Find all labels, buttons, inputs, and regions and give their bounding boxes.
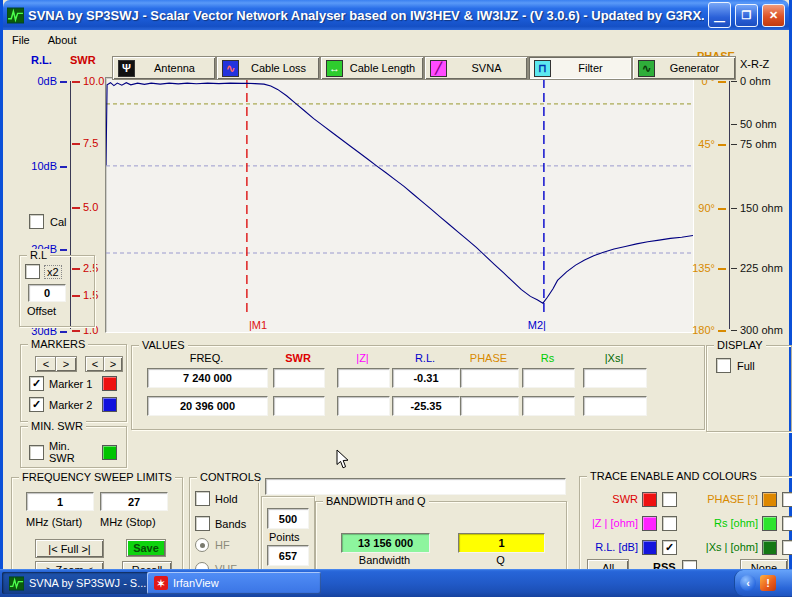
- task-label: IrfanView: [173, 577, 219, 589]
- trace-color-swatch[interactable]: [762, 540, 777, 555]
- taskbar-task-svna[interactable]: SVNA by SP3SWJ - S...: [2, 572, 157, 594]
- start-freq-label: MHz (Start): [26, 516, 82, 528]
- trace-color-swatch[interactable]: [762, 492, 777, 507]
- x2-row: x2: [25, 264, 62, 279]
- titlebar[interactable]: SVNA by SP3SWJ - Scalar Vector Network A…: [3, 0, 789, 30]
- q-label: Q: [458, 554, 543, 566]
- values-cell: [522, 396, 575, 416]
- toolbar-button-label: SVNA: [451, 62, 522, 74]
- marker2-next-button[interactable]: >: [103, 356, 123, 372]
- security-alert-icon[interactable]: !: [760, 575, 776, 591]
- hf-radio[interactable]: [195, 538, 209, 552]
- marker2-prev-button[interactable]: <: [85, 356, 105, 372]
- cable-loss-icon: ∿: [222, 60, 239, 77]
- toolbar-button-filter[interactable]: ⊓Filter: [528, 56, 632, 80]
- markers-group-label: MARKERS: [28, 338, 88, 350]
- trace-enable-group-label: TRACE ENABLE AND COLOURS: [587, 470, 760, 482]
- offset-input[interactable]: 0: [28, 284, 66, 302]
- toolbar-button-generator[interactable]: ∿Generator: [632, 56, 736, 80]
- command-input[interactable]: [265, 478, 566, 495]
- svna-icon: ╱: [430, 60, 447, 77]
- trace-label: SWR: [582, 493, 638, 505]
- rl-offset-group: R.L x2 0 Offset: [19, 255, 95, 327]
- trace-enable-checkbox[interactable]: [782, 540, 792, 555]
- toolbar-button-label: Cable Length: [347, 62, 418, 74]
- close-button[interactable]: ✕: [762, 4, 785, 27]
- axis-tick: 0 ohm: [731, 75, 791, 88]
- marker1-next-button[interactable]: >: [55, 356, 77, 372]
- system-tray: ‹ !: [734, 570, 792, 596]
- display-full-row: Full: [716, 358, 755, 373]
- values-group: VALUES FREQ.SWR|Z|R.L.PHASERs|Xs|7 240 0…: [131, 345, 705, 430]
- bandwidth-q-group-label: BANDWIDTH and Q: [323, 495, 429, 507]
- plot-area[interactable]: |M1M2|: [105, 77, 694, 333]
- start-freq-input[interactable]: 1: [26, 492, 94, 511]
- bandwidth-value: 13 156 000: [341, 533, 430, 553]
- values-cell: [583, 396, 647, 416]
- x2-label: x2: [44, 265, 62, 279]
- app-window: SVNA by SP3SWJ - Scalar Vector Network A…: [0, 0, 792, 569]
- trace-enable-checkbox[interactable]: [782, 516, 792, 531]
- marker2-row: Marker 2: [29, 397, 117, 412]
- hold-checkbox[interactable]: [195, 491, 210, 506]
- bandwidth-label: Bandwidth: [341, 554, 428, 566]
- trace-enable-checkbox[interactable]: [662, 540, 677, 555]
- axis-tick: 50 ohm: [731, 118, 791, 131]
- axis-tick: 225 ohm: [731, 262, 791, 275]
- hf-label: HF: [215, 539, 230, 551]
- trace-color-swatch[interactable]: [642, 540, 657, 555]
- save-button[interactable]: Save: [126, 539, 166, 557]
- bands-checkbox[interactable]: [195, 516, 210, 531]
- trace-color-swatch[interactable]: [642, 492, 657, 507]
- tray-chevron-icon[interactable]: ‹: [740, 575, 756, 591]
- axis-tick: 90°: [684, 202, 726, 215]
- trace-color-swatch[interactable]: [762, 516, 777, 531]
- min-swr-checkbox[interactable]: [29, 445, 44, 460]
- q-value: 1: [458, 533, 545, 553]
- min-swr-color-swatch[interactable]: [102, 445, 117, 460]
- toolbar-button-svna[interactable]: ╱SVNA: [424, 56, 528, 80]
- window-title: SVNA by SP3SWJ - Scalar Vector Network A…: [28, 8, 704, 23]
- values-cell: 7 240 000: [147, 368, 268, 388]
- toolbar-button-cable-loss[interactable]: ∿Cable Loss: [216, 56, 320, 80]
- cal-checkbox[interactable]: [29, 214, 44, 229]
- bands-label: Bands: [215, 518, 246, 530]
- sweep-chart: |M1M2|: [106, 78, 693, 332]
- axis-tick: 300 ohm: [731, 324, 791, 337]
- minimize-button[interactable]: —: [708, 2, 731, 28]
- cable-length-icon: ↔: [326, 60, 343, 77]
- stop-freq-label: MHz (Stop): [100, 516, 156, 528]
- points-bottom-value[interactable]: 657: [267, 545, 309, 566]
- trace-enable-checkbox[interactable]: [782, 492, 792, 507]
- values-cell: -0.31: [392, 368, 460, 388]
- values-header: PHASE: [460, 352, 517, 364]
- marker1-color-swatch[interactable]: [102, 376, 117, 391]
- swr-axis-header: SWR: [70, 54, 96, 66]
- min-swr-group-label: MIN. SWR: [28, 420, 86, 432]
- marker2-color-swatch[interactable]: [102, 397, 117, 412]
- values-cell: [273, 368, 325, 388]
- values-cell: [522, 368, 575, 388]
- full-span-button[interactable]: |< Full >|: [35, 539, 104, 558]
- menu-about[interactable]: About: [48, 34, 77, 46]
- marker1-prev-button[interactable]: <: [35, 356, 57, 372]
- trace-enable-checkbox[interactable]: [662, 492, 677, 507]
- stop-freq-input[interactable]: 27: [100, 492, 168, 511]
- toolbar-button-antenna[interactable]: ΨAntenna: [112, 56, 216, 80]
- points-top-value[interactable]: 500: [267, 508, 309, 529]
- trace-enable-checkbox[interactable]: [662, 516, 677, 531]
- menu-file[interactable]: File: [12, 34, 30, 46]
- display-full-checkbox[interactable]: [716, 358, 731, 373]
- values-header: R.L.: [392, 352, 458, 364]
- display-group: DISPLAY Full: [706, 345, 792, 432]
- maximize-button[interactable]: ❐: [735, 4, 758, 27]
- app-icon: [7, 7, 24, 24]
- antenna-icon: Ψ: [118, 60, 135, 77]
- taskbar-task-irfanview[interactable]: ✶ IrfanView: [147, 572, 321, 594]
- values-cell: -25.35: [392, 396, 460, 416]
- x2-checkbox[interactable]: [25, 264, 40, 279]
- toolbar-button-cable-length[interactable]: ↔Cable Length: [320, 56, 424, 80]
- trace-color-swatch[interactable]: [642, 516, 657, 531]
- marker1-checkbox[interactable]: [29, 376, 44, 391]
- marker2-checkbox[interactable]: [29, 397, 44, 412]
